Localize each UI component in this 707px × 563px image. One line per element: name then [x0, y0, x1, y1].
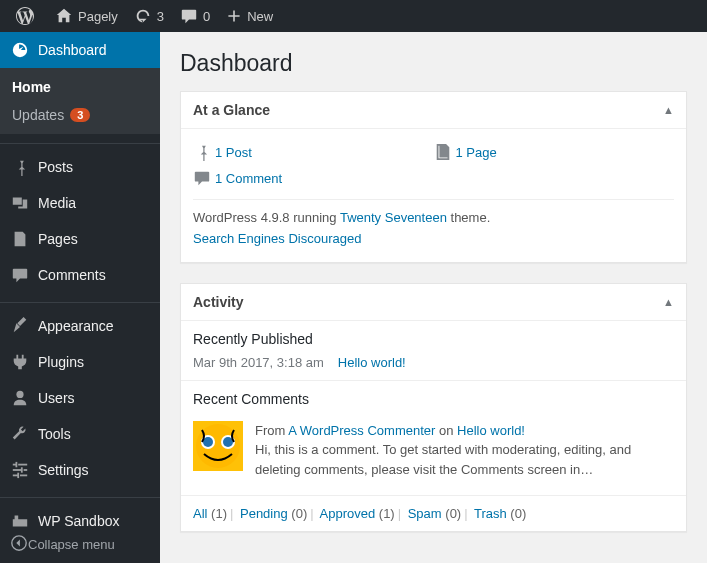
theme-link[interactable]: Twenty Seventeen [340, 210, 447, 225]
page-icon [434, 143, 456, 161]
pages-icon [10, 229, 30, 249]
sidebar-item-comments[interactable]: Comments [0, 257, 160, 293]
filter-pending[interactable]: Pending [240, 506, 288, 521]
comment-row: From A WordPress Commenter on Hello worl… [193, 415, 674, 486]
glance-widget: At a Glance▲ 1 Post 1 Page 1 Comment Wor… [180, 91, 687, 263]
comment-author-link[interactable]: A WordPress Commenter [288, 423, 435, 438]
sidebar-item-plugins[interactable]: Plugins [0, 344, 160, 380]
activity-widget: Activity▲ Recently Published Mar 9th 201… [180, 283, 687, 533]
comment-icon [193, 169, 215, 187]
collapse-toggle[interactable]: ▲ [663, 296, 674, 308]
plugin-icon [10, 352, 30, 372]
sidebar-item-dashboard[interactable]: Dashboard [0, 32, 160, 68]
glance-posts-link[interactable]: 1 Post [215, 145, 252, 160]
wp-logo[interactable] [8, 0, 47, 32]
sidebar-item-appearance[interactable]: Appearance [0, 308, 160, 344]
sidebar-item-tools[interactable]: Tools [0, 416, 160, 452]
sidebar-item-media[interactable]: Media [0, 185, 160, 221]
filter-approved[interactable]: Approved [320, 506, 376, 521]
tools-icon [10, 424, 30, 444]
comment-filters: All (1)| Pending (0)| Approved (1)| Spam… [181, 496, 686, 531]
activity-title-row: Activity▲ [181, 284, 686, 321]
sidebar-separator [0, 493, 160, 498]
new-label: New [247, 9, 273, 24]
pin-icon [193, 143, 215, 161]
svg-rect-6 [20, 475, 27, 477]
sidebar-label-dashboard: Dashboard [38, 42, 107, 58]
collapse-icon [10, 534, 28, 555]
svg-rect-8 [21, 467, 23, 472]
page-title: Dashboard [180, 32, 687, 91]
comments-icon [10, 265, 30, 285]
glance-title: At a Glance [193, 102, 270, 118]
publish-post-link[interactable]: Hello world! [338, 355, 406, 370]
publish-date: Mar 9th 2017, 3:18 am [193, 355, 324, 370]
recent-comments-heading: Recent Comments [193, 391, 674, 407]
updates-count: 3 [157, 9, 164, 24]
site-name: Pagely [78, 9, 118, 24]
dashboard-icon [10, 40, 30, 60]
appearance-icon [10, 316, 30, 336]
settings-icon [10, 460, 30, 480]
sidebar-separator [0, 298, 160, 303]
svg-rect-3 [13, 469, 22, 471]
glance-comments-link[interactable]: 1 Comment [215, 171, 282, 186]
plus-icon [226, 8, 242, 24]
comments-link[interactable]: 0 [172, 0, 218, 32]
sidebar-item-users[interactable]: Users [0, 380, 160, 416]
update-icon [134, 7, 152, 25]
sidebar-item-pages[interactable]: Pages [0, 221, 160, 257]
collapse-menu-button[interactable]: Collapse menu [0, 526, 160, 563]
filter-spam[interactable]: Spam [408, 506, 442, 521]
dashboard-submenu: Home Updates3 [0, 68, 160, 134]
comments-count: 0 [203, 9, 210, 24]
sidebar-separator [0, 139, 160, 144]
glance-title-row: At a Glance▲ [181, 92, 686, 129]
svg-rect-9 [17, 473, 19, 478]
version-info: WordPress 4.9.8 running Twenty Seventeen… [193, 199, 674, 250]
new-content-link[interactable]: New [218, 0, 281, 32]
glance-pages-link[interactable]: 1 Page [456, 145, 497, 160]
wordpress-icon [16, 7, 34, 25]
users-icon [10, 388, 30, 408]
sidebar-subitem-updates[interactable]: Updates3 [0, 101, 160, 129]
updates-link[interactable]: 3 [126, 0, 172, 32]
comment-excerpt: Hi, this is a comment. To get started wi… [255, 442, 631, 477]
filter-all[interactable]: All [193, 506, 207, 521]
home-icon [55, 7, 73, 25]
media-icon [10, 193, 30, 213]
seo-discouraged-link[interactable]: Search Engines Discouraged [193, 231, 361, 246]
updates-badge: 3 [70, 108, 90, 122]
comment-icon [180, 7, 198, 25]
sidebar-subitem-home[interactable]: Home [0, 73, 160, 101]
svg-rect-2 [18, 464, 27, 466]
activity-title: Activity [193, 294, 244, 310]
pin-icon [10, 157, 30, 177]
comment-post-link[interactable]: Hello world! [457, 423, 525, 438]
svg-point-0 [16, 391, 23, 398]
svg-rect-4 [24, 469, 28, 471]
sidebar-item-settings[interactable]: Settings [0, 452, 160, 488]
filter-trash[interactable]: Trash [474, 506, 507, 521]
site-name-link[interactable]: Pagely [47, 0, 126, 32]
sidebar-item-posts[interactable]: Posts [0, 149, 160, 185]
collapse-toggle[interactable]: ▲ [663, 104, 674, 116]
svg-rect-7 [16, 462, 18, 467]
recently-published-heading: Recently Published [193, 331, 674, 347]
avatar [193, 421, 243, 471]
